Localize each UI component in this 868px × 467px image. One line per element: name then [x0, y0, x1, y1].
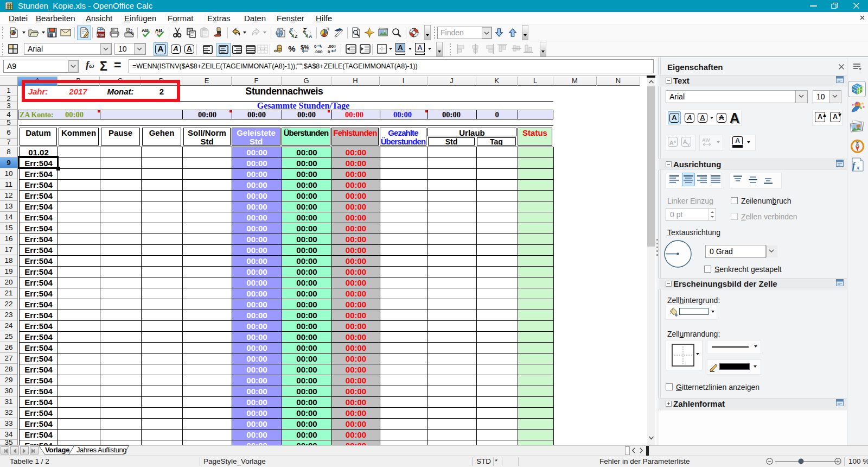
svg-text:Z: Z: [295, 34, 298, 39]
svg-text:.00: .00: [328, 44, 334, 49]
svg-text:A: A: [309, 34, 312, 39]
svg-text:A\V: A\V: [702, 137, 710, 143]
svg-text:N: N: [856, 141, 858, 144]
svg-text:$%: $%: [301, 44, 309, 51]
svg-text:AB: AB: [155, 28, 162, 33]
svg-text:PDF: PDF: [97, 33, 105, 37]
svg-text:0: 0: [314, 44, 317, 49]
svg-text:0: 0: [334, 44, 336, 49]
svg-text:.000: .000: [314, 49, 323, 54]
svg-text:%: %: [288, 44, 295, 53]
svg-text:x: x: [856, 164, 860, 171]
svg-text:0: 0: [328, 49, 330, 54]
